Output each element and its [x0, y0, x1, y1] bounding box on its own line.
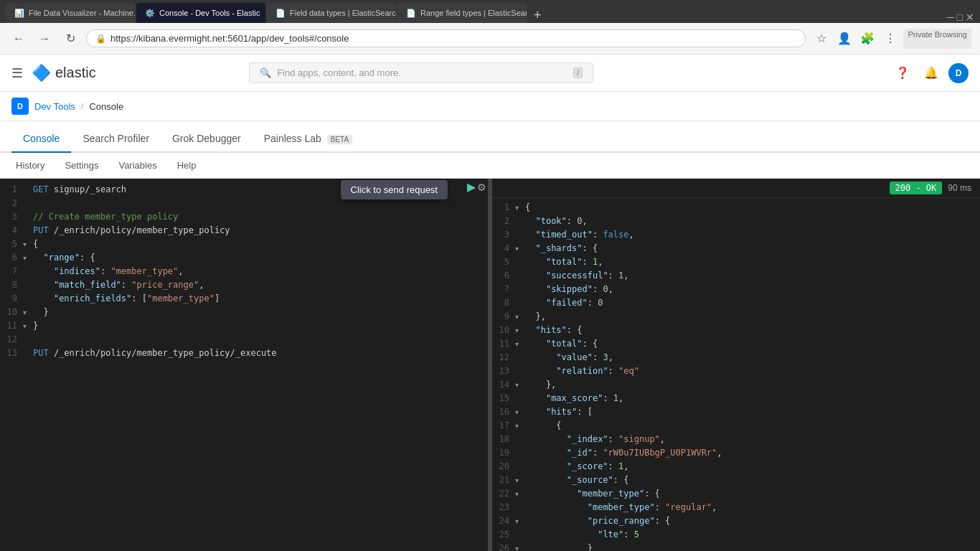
- resp-line-16: 16 ▾ "hits": [: [492, 405, 980, 419]
- resp-num-12: 12: [492, 351, 515, 364]
- line-num-12: 12: [0, 333, 23, 347]
- back-button[interactable]: ←: [9, 29, 29, 49]
- resp-content-2: "took": 0,: [525, 215, 980, 228]
- line-content-6: "range": {: [33, 251, 488, 265]
- resp-line-5: 5 "total": 1,: [492, 255, 980, 269]
- resp-marker-10: ▾: [515, 324, 525, 337]
- notifications-button[interactable]: 🔔: [920, 62, 943, 85]
- resp-line-12: 12 "value": 3,: [492, 351, 980, 364]
- resp-num-10: 10: [492, 324, 515, 337]
- resp-content-19: "_id": "rW0u7IUBbgP_U0P1WVRr",: [525, 446, 980, 460]
- search-icon: 🔍: [260, 67, 271, 78]
- line-num-10: 10: [0, 306, 23, 319]
- resp-marker-11: ▾: [515, 337, 525, 351]
- resp-line-13: 13 "relation": "eq": [492, 364, 980, 378]
- tab-search-profiler[interactable]: Search Profiler: [71, 126, 161, 153]
- resp-line-17: 17 ▾ {: [492, 419, 980, 433]
- help-button[interactable]: ❓: [891, 62, 914, 85]
- resp-num-4: 4: [492, 242, 515, 255]
- resp-num-20: 20: [492, 460, 515, 474]
- breadcrumb-separator: /: [81, 101, 84, 112]
- browser-tab-0[interactable]: 📊 File Data Visualizer - Machine... ✕: [6, 3, 135, 23]
- forward-button[interactable]: →: [34, 29, 55, 49]
- browser-tab-3[interactable]: 📄 Range field types | ElasticSearch... ✕: [397, 3, 527, 23]
- tab-favicon-2: 📄: [275, 9, 286, 18]
- browser-maximize[interactable]: □: [957, 11, 963, 23]
- resp-line-25: 25 "lte": 5: [492, 528, 980, 542]
- elastic-logo: 🔷 elastic: [32, 64, 96, 83]
- breadcrumb-devtools[interactable]: Dev Tools: [34, 101, 75, 112]
- response-code-area[interactable]: 1 ▾ { 2 "took": 0, 3 "timed_out": false,…: [492, 198, 980, 551]
- line-content-3: // Create member_type policy: [33, 210, 488, 224]
- resp-num-25: 25: [492, 528, 515, 542]
- line-content-10: }: [33, 306, 488, 319]
- editor-code-area[interactable]: 1 GET signup/_search 2 3 // Create membe…: [0, 179, 488, 363]
- resp-content-20: "_score": 1,: [525, 460, 980, 474]
- resp-line-21: 21 ▾ "_source": {: [492, 474, 980, 487]
- resp-marker-26: ▾: [515, 542, 525, 551]
- request-config-button[interactable]: ⚙: [477, 180, 486, 194]
- tab-favicon-0: 📊: [14, 9, 24, 18]
- resp-num-11: 11: [492, 337, 515, 351]
- line-marker-11: ▾: [23, 319, 33, 333]
- browser-minimize[interactable]: ─: [947, 11, 954, 23]
- sidebar-toggle[interactable]: ☰: [11, 65, 23, 81]
- breadcrumb-console: Console: [89, 101, 123, 112]
- resp-line-2: 2 "took": 0,: [492, 215, 980, 228]
- tab-console-label: Console: [23, 133, 60, 144]
- browser-tab-2[interactable]: 📄 Field data types | ElasticSearch... ✕: [267, 3, 396, 23]
- user-avatar[interactable]: D: [948, 63, 969, 83]
- extensions-button[interactable]: 🧩: [857, 29, 877, 49]
- help-button-toolbar[interactable]: Help: [173, 159, 201, 172]
- resp-num-7: 7: [492, 283, 515, 296]
- tab-painless-lab[interactable]: Painless Lab BETA: [253, 126, 364, 153]
- run-request-button[interactable]: ▶: [467, 180, 476, 194]
- resp-marker-4: ▾: [515, 242, 525, 255]
- browser-tab-1[interactable]: ⚙️ Console - Dev Tools - Elastic ✕: [136, 3, 265, 23]
- profile-button[interactable]: 👤: [834, 29, 854, 49]
- resp-content-1: {: [525, 201, 980, 215]
- browser-close[interactable]: ✕: [966, 11, 974, 23]
- line-content-5: {: [33, 237, 488, 251]
- resp-marker-22: ▾: [515, 487, 525, 501]
- address-bar[interactable]: 🔒 https://kibana.evermight.net:5601/app/…: [86, 29, 806, 47]
- app-header: ☰ 🔷 elastic 🔍 Find apps, content, and mo…: [0, 55, 980, 92]
- editor-line-8: 8 "match_field": "price_range",: [0, 278, 488, 292]
- line-num-13: 13: [0, 347, 23, 360]
- resp-num-21: 21: [492, 474, 515, 487]
- tab-console[interactable]: Console: [11, 126, 71, 153]
- tab-grok-debugger[interactable]: Grok Debugger: [161, 126, 253, 153]
- line-content-4: PUT /_enrich/policy/member_type_policy: [33, 224, 488, 237]
- user-badge: D: [11, 98, 29, 115]
- app-search-bar[interactable]: 🔍 Find apps, content, and more. /: [249, 62, 593, 83]
- line-content-13: PUT /_enrich/policy/member_type_policy/_…: [33, 347, 488, 360]
- resp-num-16: 16: [492, 405, 515, 419]
- line-num-4: 4: [0, 224, 23, 237]
- menu-button[interactable]: ⋮: [880, 29, 900, 49]
- line-content-11: }: [33, 319, 488, 333]
- resp-num-9: 9: [492, 310, 515, 324]
- resp-line-15: 15 "max_score": 1,: [492, 392, 980, 405]
- resp-line-9: 9 ▾ },: [492, 310, 980, 324]
- reload-button[interactable]: ↻: [60, 29, 80, 49]
- tab-favicon-3: 📄: [406, 9, 416, 18]
- new-tab-button[interactable]: +: [528, 8, 547, 23]
- main-editor-area: Click to send request ▶ ⚙ 1 GET signup/_…: [0, 179, 980, 551]
- status-badge: 200 - OK: [890, 182, 943, 194]
- line-num-9: 9: [0, 292, 23, 306]
- gutter-buttons: ▶ ⚙: [466, 179, 488, 195]
- bookmarks-button[interactable]: ☆: [811, 29, 831, 49]
- resp-line-6: 6 "successful": 1,: [492, 269, 980, 283]
- variables-button[interactable]: Variables: [114, 159, 161, 172]
- line-num-2: 2: [0, 197, 23, 210]
- resp-content-7: "skipped": 0,: [525, 283, 980, 296]
- line-marker-5: ▾: [23, 237, 33, 251]
- response-panel: 200 - OK 90 ms 1 ▾ { 2 "took": 0, 3 "tim…: [492, 179, 980, 551]
- private-badge: Private Browsing: [903, 29, 971, 49]
- history-button[interactable]: History: [11, 159, 49, 172]
- resp-content-24: "price_range": {: [525, 514, 980, 528]
- editor-panel: Click to send request ▶ ⚙ 1 GET signup/_…: [0, 179, 490, 551]
- resp-content-18: "_index": "signup",: [525, 433, 980, 446]
- settings-button[interactable]: Settings: [60, 159, 103, 172]
- tab-label-2: Field data types | ElasticSearch...: [290, 9, 396, 17]
